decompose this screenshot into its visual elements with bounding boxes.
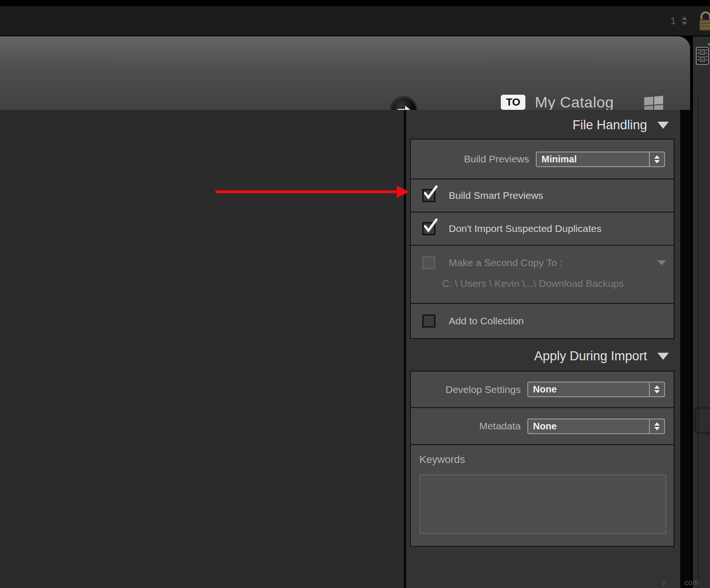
second-copy-path-dropdown-icon[interactable]	[657, 260, 666, 265]
build-smart-previews-checkbox[interactable]	[422, 189, 435, 202]
keywords-label: Keywords	[419, 454, 465, 466]
watermark-suffix: com	[684, 579, 699, 587]
build-previews-value: Minimal	[537, 154, 649, 165]
dialog-header: TO My Catalog	[0, 36, 690, 110]
collapse-triangle-icon[interactable]	[657, 122, 669, 129]
dont-import-duplicates-box: Don't Import Suspected Duplicates	[410, 212, 674, 246]
dropdown-stepper-icon	[649, 383, 664, 396]
develop-settings-label: Develop Settings	[417, 384, 521, 395]
checkmark-icon	[422, 217, 439, 234]
right-panel: File Handling Build Previews Minimal Bui…	[406, 110, 680, 588]
keywords-input[interactable]	[419, 474, 666, 534]
develop-settings-box: Develop Settings None	[410, 371, 674, 408]
build-previews-dropdown[interactable]: Minimal	[536, 151, 665, 167]
file-handling-section-header[interactable]: File Handling	[406, 113, 674, 137]
import-dialog-window: TO My Catalog File Handling	[0, 36, 690, 588]
status-dot	[708, 43, 710, 45]
apply-during-import-title: Apply During Import	[534, 349, 647, 364]
panel-right-gutter	[680, 110, 690, 588]
dropdown-stepper-icon	[649, 152, 664, 166]
watermark: v com	[662, 579, 699, 587]
preview-grid-area	[0, 110, 404, 588]
file-handling-title: File Handling	[572, 118, 647, 133]
build-previews-label: Build Previews	[417, 153, 529, 165]
keywords-box: Keywords	[410, 444, 674, 547]
image-counter: 1	[670, 15, 676, 27]
top-bar: 1	[0, 6, 710, 36]
second-copy-path[interactable]: C: \ Users \ Kevin \...\ Download Backup…	[411, 269, 674, 289]
checkmark-icon	[422, 184, 439, 201]
apply-during-import-section-header[interactable]: Apply During Import	[406, 344, 674, 368]
build-smart-previews-label: Build Smart Previews	[449, 190, 543, 201]
add-to-collection-box: Add to Collection	[410, 303, 674, 339]
partial-badge-icon	[694, 407, 710, 434]
develop-settings-dropdown[interactable]: None	[527, 382, 665, 397]
collapse-triangle-icon[interactable]	[657, 353, 669, 360]
collapsed-filmstrip-rail	[692, 36, 710, 588]
metadata-label: Metadata	[417, 420, 521, 432]
add-to-collection-label: Add to Collection	[449, 315, 524, 327]
filmstrip-icon[interactable]	[696, 47, 709, 67]
watermark-prefix: v	[662, 579, 666, 587]
build-smart-previews-box: Build Smart Previews	[410, 178, 674, 213]
build-previews-box: Build Previews Minimal	[410, 139, 674, 179]
counter-stepper-icon[interactable]	[682, 17, 687, 25]
dont-import-duplicates-label: Don't Import Suspected Duplicates	[449, 223, 602, 234]
second-copy-label: Make a Second Copy To :	[449, 257, 562, 268]
padlock-icon[interactable]	[699, 10, 710, 32]
add-to-collection-checkbox[interactable]	[422, 314, 435, 328]
develop-settings-value: None	[528, 384, 649, 395]
second-copy-box: Make a Second Copy To : C: \ Users \ Kev…	[410, 245, 674, 304]
catalog-destination-label[interactable]: My Catalog	[535, 94, 614, 111]
annotation-arrow	[215, 190, 398, 193]
second-copy-checkbox[interactable]	[422, 256, 435, 269]
metadata-box: Metadata None	[410, 407, 674, 445]
metadata-value: None	[528, 421, 649, 432]
dropdown-stepper-icon	[649, 419, 664, 433]
padlock-glyph	[699, 10, 710, 32]
metadata-dropdown[interactable]: None	[527, 419, 665, 434]
dont-import-duplicates-checkbox[interactable]	[422, 222, 435, 235]
rail-divider	[698, 93, 699, 588]
annotation-arrow-head-icon	[397, 186, 409, 198]
to-badge: TO	[501, 95, 525, 110]
